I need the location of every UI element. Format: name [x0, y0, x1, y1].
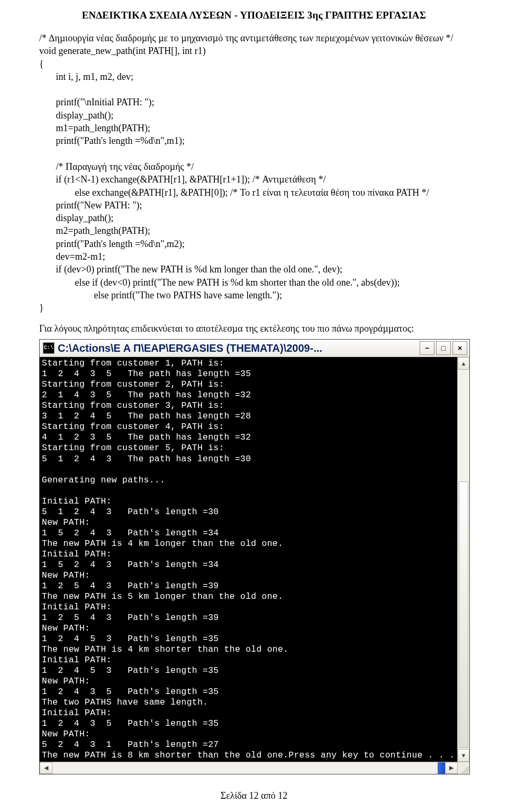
terminal-icon-text: C:\	[44, 345, 53, 351]
vertical-scrollbar[interactable]: ▲ ▼	[457, 357, 469, 762]
scroll-track[interactable]	[458, 370, 469, 749]
narrative-text: Για λόγους πληρότητας επιδεικνύεται το α…	[39, 322, 469, 335]
scroll-left-button[interactable]: ◀	[40, 762, 52, 774]
scroll-up-button[interactable]: ▲	[458, 357, 469, 370]
page-title: ΕΝ∆ΕΙΚΤΙΚΑ ΣΧΕ∆ΙΑ ΛΥΣΕΩΝ - ΥΠΟ∆ΕΙΞΕΙΣ 3η…	[39, 10, 469, 21]
terminal-window: C:\ C:\Actions\E A Π\EAP\ERGASIES (THEMA…	[39, 339, 470, 774]
page-footer: Σελίδα 12 από 12	[39, 790, 469, 801]
svg-line-1	[464, 769, 469, 773]
window-buttons: − □ ×	[420, 341, 467, 355]
code-listing: /* ∆ηµιουργία νέας διαδροµής µε το µηχαν…	[39, 32, 469, 315]
hscroll-accent	[438, 762, 445, 774]
minimize-button[interactable]: −	[420, 341, 434, 355]
maximize-button[interactable]: □	[436, 341, 451, 355]
scroll-thumb[interactable]	[459, 481, 468, 748]
close-button[interactable]: ×	[452, 341, 467, 355]
window-title: C:\Actions\E A Π\EAP\ERGASIES (THEMATA)\…	[58, 342, 420, 354]
resize-grip-icon[interactable]	[458, 762, 469, 774]
scroll-down-button[interactable]: ▼	[458, 749, 469, 762]
scroll-right-button[interactable]: ▶	[445, 762, 458, 774]
terminal-output: Starting from customer 1, PATH is: 1 2 4…	[40, 357, 457, 762]
terminal-icon: C:\	[43, 342, 55, 354]
hscroll-track[interactable]	[52, 762, 445, 774]
terminal-body: Starting from customer 1, PATH is: 1 2 4…	[40, 357, 469, 762]
titlebar: C:\ C:\Actions\E A Π\EAP\ERGASIES (THEMA…	[40, 340, 469, 357]
horizontal-scrollbar[interactable]: ◀ ▶	[40, 762, 469, 774]
